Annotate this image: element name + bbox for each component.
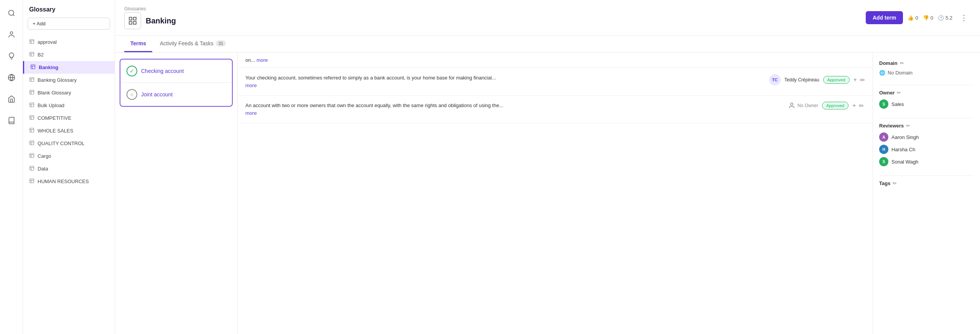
svg-rect-32 (30, 154, 34, 158)
sidebar-item-cargo[interactable]: Cargo (23, 150, 115, 162)
tabs-row: Terms Activity Feeds & Tasks 31 (115, 36, 980, 53)
owner-name-checking: Teddy Crépineau (784, 77, 819, 83)
glossary-item-icon (29, 89, 35, 96)
reviewers-section-header: Reviewers ✏ (879, 123, 974, 129)
tab-terms[interactable]: Terms (124, 36, 152, 52)
reviewers-section: Reviewers ✏ A Aaron Singh H Harsha Ch S … (879, 123, 974, 166)
search-icon[interactable] (5, 6, 18, 20)
sidebar-item-banking[interactable]: Banking (23, 61, 115, 74)
svg-rect-42 (133, 17, 136, 20)
page-title: Banking (146, 17, 176, 25)
sidebar-item-quality-control[interactable]: QUALITY CONTROL (23, 137, 115, 150)
term-checking-label: Checking account (141, 68, 184, 74)
checking-description: Your checking account, sometimes referre… (245, 74, 765, 89)
list-item[interactable]: ○ Joint account (120, 83, 232, 106)
lightbulb-icon[interactable] (5, 49, 18, 63)
svg-rect-23 (30, 116, 34, 120)
checking-more-link[interactable]: more (245, 82, 765, 89)
sidebar-item-competitive[interactable]: COMPETITIVE (23, 112, 115, 124)
svg-rect-41 (129, 17, 132, 20)
reviewer-avatar: A (879, 132, 888, 142)
joint-more-link[interactable]: more (245, 109, 784, 117)
owner-edit-icon[interactable]: ✏ (897, 90, 901, 96)
svg-line-1 (13, 15, 14, 16)
glossary-item-icon (30, 64, 36, 71)
sidebar-item-approval[interactable]: approval (23, 36, 115, 48)
header-right: Add term 👍 0 👎 0 🕐 5.2 ⋮ (866, 11, 971, 24)
glossary-item-icon (29, 115, 35, 121)
reviewers-edit-icon[interactable]: ✏ (906, 123, 910, 129)
tab-terms-label: Terms (130, 40, 146, 46)
version-stat: 🕐 5.2 (938, 15, 952, 21)
sidebar-item-data[interactable]: Data (23, 162, 115, 175)
no-owner-label: No Owner (797, 103, 818, 108)
tab-activity-label: Activity Feeds & Tasks (160, 40, 214, 46)
svg-rect-26 (30, 128, 34, 132)
sidebar-item-label: Data (38, 166, 48, 172)
owner-avatar-checking: TC (769, 74, 781, 86)
owner-name: Sales (891, 101, 904, 107)
more-link-top[interactable]: more (257, 57, 268, 63)
list-item[interactable]: ✓ Checking account (120, 60, 232, 83)
glossary-item-icon (29, 153, 35, 159)
reviewers-label: Reviewers (879, 123, 904, 129)
thumbs-up-icon: 👍 (908, 15, 914, 21)
glossary-item-icon (29, 39, 35, 45)
globe-icon[interactable] (5, 71, 18, 84)
sidebar-item-label: QUALITY CONTROL (38, 141, 85, 146)
tab-activity[interactable]: Activity Feeds & Tasks 31 (154, 36, 232, 52)
right-sidebar: Domain ✏ 🌐 No Domain Owner ✏ S Sales (873, 53, 980, 334)
version-value: 5.2 (945, 15, 952, 21)
term-card-group: ✓ Checking account ○ Joint account (120, 59, 233, 107)
sidebar-item-label: Banking Glossary (38, 77, 77, 83)
sidebar-item-blank-glossary[interactable]: Blank Glossary (23, 86, 115, 99)
svg-rect-14 (30, 78, 34, 82)
svg-rect-43 (129, 21, 132, 24)
sidebar-item-label: approval (38, 39, 57, 45)
bank-icon[interactable] (5, 92, 18, 106)
reviewer-item: S Sonal Wagh (879, 157, 974, 166)
reviewer-avatar: S (879, 157, 888, 166)
sidebar-item-label: Banking (39, 64, 58, 70)
reviewer-avatar: H (879, 145, 888, 154)
owner-section: Owner ✏ S Sales (879, 90, 974, 109)
owner-item: S Sales (879, 99, 974, 109)
person-icon[interactable] (5, 28, 18, 41)
svg-rect-20 (30, 103, 34, 107)
glossary-item-icon (29, 77, 35, 83)
domain-section-header: Domain ✏ (879, 60, 974, 66)
owner-label: Owner (879, 90, 894, 96)
tags-edit-icon[interactable]: ✏ (893, 180, 897, 186)
owner-section-header: Owner ✏ (879, 90, 974, 96)
svg-rect-11 (31, 65, 35, 69)
edit-action-joint[interactable]: ✏ (859, 102, 864, 109)
joint-meta: No Owner Approved + ✏ (788, 102, 865, 109)
sidebar-item-label: COMPETITIVE (38, 115, 71, 121)
svg-point-2 (10, 32, 13, 35)
add-action-joint[interactable]: + (852, 102, 856, 109)
sidebar-item-banking-glossary[interactable]: Banking Glossary (23, 74, 115, 86)
add-action-checking[interactable]: + (853, 76, 857, 83)
more-options-button[interactable]: ⋮ (957, 12, 971, 24)
sidebar: Glossary + Add approval B2 Banking Banki… (23, 0, 115, 334)
tab-activity-badge: 31 (216, 40, 226, 46)
joint-description: An account with two or more owners that … (245, 102, 784, 117)
reviewer-name: Harsha Ch (891, 147, 915, 152)
sidebar-item-b2[interactable]: B2 (23, 48, 115, 61)
edit-action-checking[interactable]: ✏ (860, 76, 865, 84)
sidebar-item-bulk-upload[interactable]: Bulk Upload (23, 99, 115, 112)
add-term-button[interactable]: Add term (866, 11, 903, 24)
tags-section-header: Tags ✏ (879, 180, 974, 186)
content-area: ✓ Checking account ○ Joint account on...… (115, 53, 980, 334)
reviewer-name: Sonal Wagh (891, 159, 918, 165)
add-button[interactable]: + Add (28, 18, 110, 30)
domain-edit-icon[interactable]: ✏ (900, 60, 904, 66)
domain-section: Domain ✏ 🌐 No Domain (879, 60, 974, 76)
terms-left-column: ✓ Checking account ○ Joint account (115, 53, 238, 334)
sidebar-item-whole-sales[interactable]: WHOLE SALES (23, 124, 115, 137)
reviewers-list: A Aaron Singh H Harsha Ch S Sonal Wagh (879, 132, 974, 166)
svg-rect-29 (30, 141, 34, 145)
sidebar-item-human-resources[interactable]: HUMAN RESOURCES (23, 175, 115, 188)
book-icon[interactable] (5, 114, 18, 127)
sidebar-item-label: Blank Glossary (38, 90, 71, 96)
